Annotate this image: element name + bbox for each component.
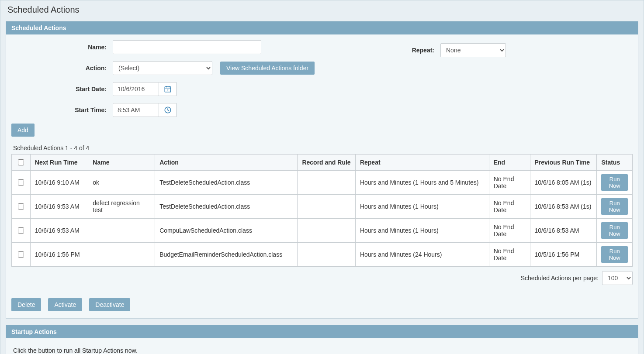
column-header-status[interactable]: Status xyxy=(597,155,633,171)
cell-status: Run Now xyxy=(597,219,633,243)
column-header-record[interactable]: Record and Rule xyxy=(298,155,356,171)
cell-end: No End Date xyxy=(489,243,530,267)
start-time-input[interactable] xyxy=(113,103,159,117)
column-header-action[interactable]: Action xyxy=(155,155,298,171)
cell-next-run: 10/6/16 9:53 AM xyxy=(30,195,88,219)
row-checkbox[interactable] xyxy=(18,179,24,186)
cell-end: No End Date xyxy=(489,171,530,195)
column-header-next[interactable]: Next Run Time xyxy=(30,155,88,171)
repeat-select[interactable]: None xyxy=(440,43,506,57)
table-row: 10/6/16 9:53 AMCompuLawScheduledAction.c… xyxy=(12,219,633,243)
activate-button[interactable]: Activate xyxy=(48,298,82,311)
table-row: 10/6/16 9:53 AMdefect regression testTes… xyxy=(12,195,633,219)
row-checkbox[interactable] xyxy=(18,203,24,210)
svg-text:7: 7 xyxy=(167,89,169,92)
scheduled-actions-table: Next Run Time Name Action Record and Rul… xyxy=(11,154,633,267)
column-header-name[interactable]: Name xyxy=(88,155,155,171)
start-date-input[interactable] xyxy=(113,82,159,96)
repeat-label: Repeat: xyxy=(412,47,440,54)
per-page-select[interactable]: 100 xyxy=(602,271,633,285)
cell-action: TestDeleteScheduledAction.class xyxy=(155,171,298,195)
calendar-icon[interactable]: 7 xyxy=(159,82,177,96)
table-caption: Scheduled Actions 1 - 4 of 4 xyxy=(13,144,633,151)
start-time-label: Start Time: xyxy=(11,107,113,113)
cell-status: Run Now xyxy=(597,195,633,219)
delete-button[interactable]: Delete xyxy=(11,298,41,311)
cell-action: BudgetEmailReminderScheduledAction.class xyxy=(155,243,298,267)
page-title: Scheduled Actions xyxy=(0,0,644,21)
deactivate-button[interactable]: Deactivate xyxy=(89,298,130,311)
cell-repeat: Hours and Minutes (1 Hours and 5 Minutes… xyxy=(355,171,489,195)
cell-prev: 10/6/16 8:53 AM xyxy=(530,219,597,243)
run-now-button[interactable]: Run Now xyxy=(601,174,628,191)
row-checkbox-cell xyxy=(12,195,31,219)
row-checkbox[interactable] xyxy=(18,251,24,258)
action-select[interactable]: (Select) xyxy=(113,61,212,75)
cell-name xyxy=(88,219,155,243)
cell-record xyxy=(298,171,356,195)
cell-next-run: 10/6/16 9:53 AM xyxy=(30,219,88,243)
cell-repeat: Hours and Minutes (1 Hours) xyxy=(355,195,489,219)
scheduled-actions-panel: Scheduled Actions Name: Action: (Select)… xyxy=(6,21,638,319)
cell-record xyxy=(298,243,356,267)
run-now-button[interactable]: Run Now xyxy=(601,222,628,239)
cell-next-run: 10/6/16 9:10 AM xyxy=(30,171,88,195)
add-button[interactable]: Add xyxy=(11,124,35,137)
run-now-button[interactable]: Run Now xyxy=(601,246,628,263)
cell-status: Run Now xyxy=(597,171,633,195)
select-all-checkbox[interactable] xyxy=(18,159,24,165)
pager-label: Scheduled Actions per page: xyxy=(521,275,599,282)
cell-record xyxy=(298,219,356,243)
row-checkbox-cell xyxy=(12,171,31,195)
view-scheduled-folder-button[interactable]: View Scheduled Actions folder xyxy=(220,62,315,75)
row-checkbox-cell xyxy=(12,219,31,243)
scheduled-actions-panel-header: Scheduled Actions xyxy=(6,21,638,34)
cell-prev: 10/6/16 8:53 AM (1s) xyxy=(530,195,597,219)
cell-name: defect regression test xyxy=(88,195,155,219)
cell-name xyxy=(88,243,155,267)
cell-prev: 10/6/16 8:05 AM (1s) xyxy=(530,171,597,195)
start-date-label: Start Date: xyxy=(11,86,113,93)
cell-end: No End Date xyxy=(489,219,530,243)
row-checkbox[interactable] xyxy=(18,227,24,234)
cell-repeat: Hours and Minutes (1 Hours) xyxy=(355,219,489,243)
cell-record xyxy=(298,195,356,219)
column-header-prev[interactable]: Previous Run Time xyxy=(530,155,597,171)
clock-icon[interactable] xyxy=(159,103,177,117)
cell-prev: 10/5/16 1:56 PM xyxy=(530,243,597,267)
column-header-checkbox xyxy=(12,155,31,171)
column-header-repeat[interactable]: Repeat xyxy=(355,155,489,171)
startup-actions-panel-header: Startup Actions xyxy=(6,325,638,338)
cell-end: No End Date xyxy=(489,195,530,219)
startup-actions-panel: Startup Actions Click the button to run … xyxy=(6,325,638,354)
cell-name: ok xyxy=(88,171,155,195)
cell-action: TestDeleteScheduledAction.class xyxy=(155,195,298,219)
table-row: 10/6/16 1:56 PMBudgetEmailReminderSchedu… xyxy=(12,243,633,267)
name-input[interactable] xyxy=(113,40,261,54)
cell-action: CompuLawScheduledAction.class xyxy=(155,219,298,243)
startup-text: Click the button to run all Startup Acti… xyxy=(13,347,633,354)
run-now-button[interactable]: Run Now xyxy=(601,198,628,215)
row-checkbox-cell xyxy=(12,243,31,267)
action-label: Action: xyxy=(11,65,113,72)
column-header-end[interactable]: End xyxy=(489,155,530,171)
name-label: Name: xyxy=(11,44,113,51)
table-row: 10/6/16 9:10 AMokTestDeleteScheduledActi… xyxy=(12,171,633,195)
cell-repeat: Hours and Minutes (24 Hours) xyxy=(355,243,489,267)
cell-next-run: 10/6/16 1:56 PM xyxy=(30,243,88,267)
cell-status: Run Now xyxy=(597,243,633,267)
